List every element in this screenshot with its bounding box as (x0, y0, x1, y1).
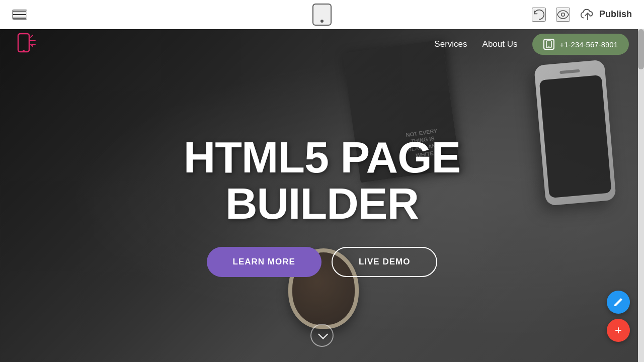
add-fab-button[interactable]: + (607, 319, 630, 342)
scrollbar[interactable] (638, 29, 644, 362)
svg-line-5 (31, 35, 33, 37)
hero-title-line1: HTML5 PAGE (184, 132, 461, 182)
svg-point-3 (23, 50, 25, 52)
hamburger-menu-button[interactable] (12, 10, 27, 20)
toolbar-left (12, 10, 27, 20)
edit-fab-button[interactable] (607, 291, 630, 314)
main-content: NOT EVERYTHING ISBLACK ANDWHITE (0, 29, 644, 362)
publish-button[interactable]: Publish (580, 9, 632, 21)
preview-button[interactable] (556, 8, 570, 22)
hero-title: HTML5 PAGE BUILDER (184, 134, 461, 227)
phone-number: +1-234-567-8901 (559, 40, 618, 49)
nav-services[interactable]: Services (434, 39, 467, 49)
live-demo-button[interactable]: LIVE DEMO (332, 247, 438, 277)
site-nav: Services About Us +1-234-567-8901 (434, 34, 629, 55)
site-logo (15, 32, 40, 57)
logo-icon (15, 32, 40, 57)
nav-about-us[interactable]: About Us (482, 39, 518, 49)
toolbar-right: Publish (532, 8, 632, 22)
hero-buttons: LEARN MORE LIVE DEMO (184, 247, 461, 277)
svg-point-10 (548, 46, 549, 47)
publish-label: Publish (599, 9, 632, 20)
hero-title-line2: BUILDER (225, 178, 419, 228)
fab-container: + (607, 291, 630, 342)
phone-btn-icon (543, 39, 554, 50)
scroll-down-arrow-icon (318, 329, 328, 339)
svg-rect-2 (18, 34, 29, 52)
toolbar-center (312, 4, 332, 26)
toolbar: Publish (0, 0, 644, 29)
add-fab-icon: + (615, 323, 622, 337)
site-header: Services About Us +1-234-567-8901 (0, 29, 644, 59)
phone-cta-button[interactable]: +1-234-567-8901 (532, 34, 629, 55)
phone-decoration (534, 60, 617, 206)
hero-content: HTML5 PAGE BUILDER LEARN MORE LIVE DEMO (184, 134, 461, 278)
scroll-down-button[interactable] (310, 324, 334, 347)
hero-section: NOT EVERYTHING ISBLACK ANDWHITE (0, 29, 644, 362)
svg-point-0 (561, 13, 565, 16)
scrollbar-thumb[interactable] (638, 29, 644, 69)
learn-more-button[interactable]: LEARN MORE (207, 247, 321, 277)
undo-button[interactable] (532, 8, 546, 22)
cloud-upload-icon (580, 9, 595, 21)
mobile-preview-button[interactable] (312, 4, 332, 26)
